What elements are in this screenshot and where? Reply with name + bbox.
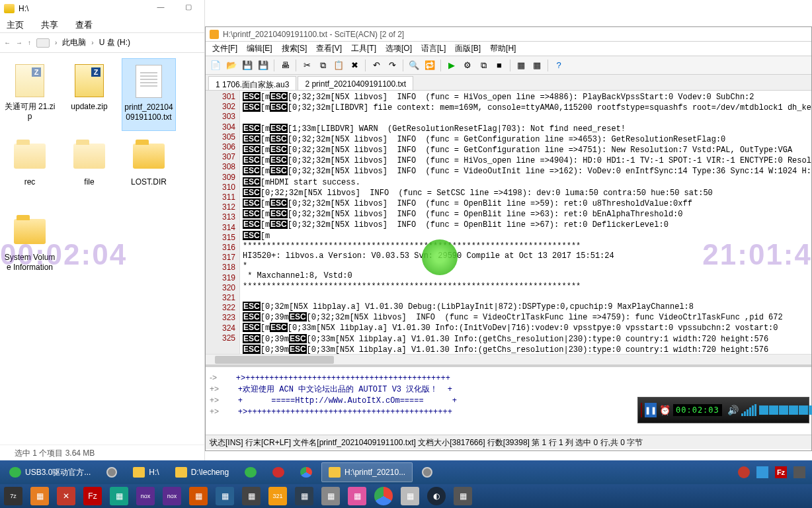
save-icon[interactable]: 💾 — [240, 58, 255, 73]
replace-icon[interactable]: 🔁 — [423, 58, 437, 73]
taskbar-item[interactable] — [266, 462, 291, 482]
ribbon-tab[interactable]: 主页 — [7, 19, 24, 31]
app-icon[interactable]: ▦ — [242, 487, 261, 505]
ribbon-tab[interactable]: 查看 — [75, 19, 93, 31]
explorer-breadcrumb[interactable]: ← → ↑ › 此电脑 › U 盘 (H:) — [0, 33, 204, 53]
app-icon[interactable]: ▦ — [110, 487, 128, 505]
mpc-icon[interactable]: 321 — [268, 487, 287, 505]
taskbar-item[interactable] — [415, 462, 439, 482]
file-item[interactable]: update.zip — [62, 58, 116, 131]
code-area[interactable]: ESC[mESC[0;32;32m[N5X libvos] INFO (func… — [240, 91, 811, 354]
tool-icon[interactable]: ▦ — [514, 58, 528, 73]
horizontal-scrollbar[interactable] — [206, 354, 811, 364]
nox-icon[interactable]: nox — [136, 487, 155, 505]
save-all-icon[interactable]: 💾 — [256, 58, 270, 73]
filezilla-icon[interactable]: Fz — [775, 466, 787, 478]
breadcrumb-pc[interactable]: 此电脑 — [62, 37, 86, 48]
nav-up-icon[interactable]: ↑ — [28, 39, 31, 46]
tool-icon[interactable]: ▦ — [530, 58, 544, 73]
compile-icon[interactable]: ⧉ — [476, 58, 491, 73]
menu-item[interactable]: 查看[V] — [312, 42, 346, 56]
file-item[interactable]: file — [62, 134, 116, 206]
nav-back-icon[interactable]: ← — [4, 39, 11, 46]
filezilla-icon[interactable]: Fz — [83, 487, 102, 505]
taskbar-item[interactable]: H:\printf_20210... — [321, 462, 413, 482]
nav-fwd-icon[interactable]: → — [16, 39, 22, 46]
app-icon[interactable]: ▦ — [30, 487, 49, 505]
pause-button[interactable]: ❚❚ — [645, 403, 657, 417]
steam-icon[interactable]: ◐ — [427, 487, 446, 505]
tray-icon[interactable] — [756, 466, 768, 478]
close-app-icon[interactable]: ✕ — [57, 487, 75, 505]
app-icon[interactable]: ▦ — [216, 487, 234, 505]
explorer-window: H:\ — ▢ 主页 共享 查看 ← → ↑ › 此电脑 › U 盘 (H:) … — [0, 0, 205, 460]
breadcrumb-drive[interactable]: U 盘 (H:) — [99, 37, 130, 48]
new-file-icon[interactable]: 📄 — [208, 58, 223, 73]
screen-recorder-bar[interactable]: ❚❚ ⏰ 00:02:03 🔊 — [637, 397, 809, 423]
line-number-gutter: 301 302 303 304 305 306 307 308 309 310 … — [206, 91, 240, 354]
explorer-statusbar: 选中 1 个项目 3.64 MB — [0, 444, 204, 460]
maximize-button[interactable]: ▢ — [175, 0, 202, 13]
chrome-icon[interactable] — [374, 487, 393, 505]
taskbar-item[interactable]: H:\ — [126, 462, 165, 482]
build-icon[interactable]: ⚙ — [460, 58, 475, 73]
nox-icon[interactable]: nox — [163, 487, 181, 505]
taskbar-item[interactable]: D:\lecheng — [169, 462, 235, 482]
help-icon[interactable]: ? — [551, 58, 566, 73]
menu-item[interactable]: 面版[B] — [451, 42, 485, 56]
cut-icon[interactable]: ✂ — [300, 58, 314, 73]
app-icon[interactable]: ▦ — [295, 487, 313, 505]
delete-icon[interactable]: ✖ — [347, 58, 362, 73]
app-icon[interactable]: ▦ — [189, 487, 208, 505]
7zip-icon[interactable]: 7z — [4, 487, 22, 505]
cursor-highlight-icon — [422, 239, 458, 275]
copy-icon[interactable]: ⧉ — [315, 58, 330, 73]
file-item[interactable]: rec — [3, 134, 57, 206]
chevron-icon: › — [91, 39, 93, 46]
app-icon[interactable]: ▦ — [401, 487, 419, 505]
redo-icon[interactable]: ↷ — [385, 58, 399, 73]
app-icon[interactable]: ▦ — [454, 487, 472, 505]
system-tray[interactable]: Fz — [738, 466, 809, 478]
file-item[interactable]: printf_20210409191100.txt — [122, 58, 176, 131]
open-file-icon[interactable]: 📂 — [224, 58, 239, 73]
recorder-option-buttons[interactable] — [759, 405, 812, 415]
find-icon[interactable]: 🔍 — [407, 58, 421, 73]
document-tab[interactable]: 2 printf_20210409191100.txt — [298, 76, 413, 90]
menu-item[interactable]: 文件[F] — [208, 42, 241, 56]
tray-icon[interactable] — [793, 466, 805, 478]
taskbar-item[interactable] — [294, 462, 319, 482]
minimize-button[interactable]: — — [147, 0, 174, 13]
taskbar-item[interactable] — [238, 462, 263, 482]
paste-icon[interactable]: 📋 — [331, 58, 346, 73]
tray-icon[interactable] — [738, 466, 750, 478]
scite-editor[interactable]: 301 302 303 304 305 306 307 308 309 310 … — [206, 91, 811, 354]
alarm-icon: ⏰ — [659, 405, 670, 415]
file-item[interactable]: LOST.DIR — [122, 134, 176, 206]
menu-item[interactable]: 工具[T] — [347, 42, 380, 56]
speaker-icon[interactable]: 🔊 — [727, 405, 739, 415]
app-icon[interactable]: ▦ — [321, 487, 340, 505]
app-icon[interactable]: ▦ — [348, 487, 366, 505]
menu-item[interactable]: 选项[O] — [382, 42, 416, 56]
menu-item[interactable]: 搜索[S] — [278, 42, 311, 56]
print-icon[interactable]: 🖶 — [278, 58, 292, 73]
ribbon-tab[interactable]: 共享 — [41, 19, 58, 31]
menu-item[interactable]: 语言[L] — [417, 42, 450, 56]
taskbar-item[interactable] — [100, 462, 124, 482]
file-item[interactable]: 关通可用 21.zip — [3, 58, 57, 131]
document-tab[interactable]: 1 1706.面白家族.au3 — [208, 76, 296, 90]
scite-statusbar: 状态[INS] 行末[CR+LF] 文件名[printf_20210409191… — [206, 435, 811, 449]
record-button[interactable] — [641, 403, 642, 417]
folder-icon — [4, 4, 15, 13]
scite-tabbar: 1 1706.面白家族.au3 2 printf_20210409191100.… — [206, 75, 811, 91]
drive-icon — [36, 38, 50, 48]
run-icon[interactable]: ▶ — [444, 58, 459, 73]
secondary-taskbar[interactable]: 7z ▦ ✕ Fz ▦ nox nox ▦ ▦ ▦ 321 ▦ ▦ ▦ ▦ ◐ … — [0, 484, 812, 508]
menu-item[interactable]: 编辑[E] — [243, 42, 276, 56]
undo-icon[interactable]: ↶ — [369, 58, 384, 73]
stop-icon[interactable]: ■ — [492, 58, 507, 73]
menu-item[interactable]: 帮助[H] — [486, 42, 520, 56]
windows-taskbar[interactable]: USB3.0驱动官方...H:\D:\lechengH:\printf_2021… — [0, 460, 812, 484]
taskbar-item[interactable]: USB3.0驱动官方... — [3, 462, 97, 482]
